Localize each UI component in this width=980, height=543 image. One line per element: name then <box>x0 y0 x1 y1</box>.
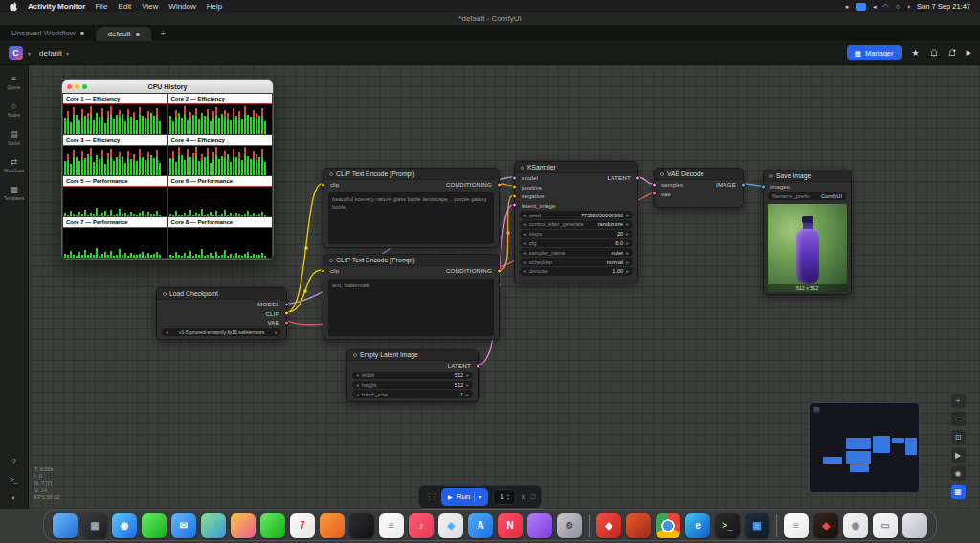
minimap-toggle-button[interactable]: ▦ <box>951 485 966 499</box>
dock-item-news[interactable]: N <box>498 513 523 538</box>
control-center-icon[interactable]: ◑ <box>906 3 910 10</box>
node-save-image[interactable]: Save Image images filename_prefix ComfyU… <box>763 170 852 295</box>
close-window-icon[interactable] <box>67 84 72 89</box>
model-slot-icon[interactable] <box>284 302 289 306</box>
conditioning-slot-icon[interactable] <box>497 268 501 273</box>
samples-input-slot-icon[interactable] <box>652 182 657 187</box>
batch-count-stepper[interactable]: 1 ▴▾ <box>493 489 516 505</box>
prev-arrow-icon[interactable]: ◂ <box>356 373 359 378</box>
stepper-arrows-icon[interactable]: ▴▾ <box>507 493 509 501</box>
dock-item-trash[interactable] <box>902 513 927 538</box>
dock-item-mail[interactable]: ✉ <box>171 513 196 538</box>
menubar-clock[interactable]: Sun 7 Sep 21:47 <box>917 2 970 11</box>
drag-handle-icon[interactable]: ⋮⋮ <box>425 492 436 501</box>
node-ksampler[interactable]: KSampler model LATENT positive negative … <box>514 161 638 283</box>
node-load-checkpoint[interactable]: Load Checkpoint MODEL CLIP VAE ◂v1-5-pru… <box>156 287 287 340</box>
next-arrow-icon[interactable]: ▸ <box>466 382 469 388</box>
sidebar-theme-button[interactable]: ◐ <box>11 493 16 502</box>
prev-arrow-icon[interactable]: ◂ <box>166 329 168 335</box>
dock-item-edge[interactable]: e <box>685 513 710 538</box>
prev-arrow-icon[interactable]: ◂ <box>523 231 526 237</box>
node-header[interactable]: CLIP Text Encode (Prompt) <box>323 169 499 180</box>
dock-item-media[interactable] <box>626 513 651 538</box>
apple-menu-icon[interactable] <box>10 1 18 11</box>
zoom-out-button[interactable]: − <box>951 412 966 426</box>
dock-item-reminders[interactable]: ≡ <box>379 513 404 538</box>
next-arrow-icon[interactable]: ▸ <box>466 392 469 397</box>
dock-item-editor[interactable]: ◆ <box>813 513 838 538</box>
menu-help[interactable]: Help <box>207 2 222 11</box>
dock-item-messages[interactable] <box>142 513 167 538</box>
prev-arrow-icon[interactable]: ◂ <box>523 250 526 256</box>
chevron-down-icon[interactable]: ▾ <box>28 50 31 57</box>
cursor-arrow-icon[interactable]: ▶ <box>967 49 971 57</box>
dock-item-settings[interactable]: ⚙ <box>557 513 582 538</box>
sidebar-item-templates[interactable]: ▦Templates <box>4 186 24 201</box>
dock-item-freeform[interactable]: ◆ <box>438 513 463 538</box>
ksampler-widget-seed[interactable]: ◂seed77592058000366▸ <box>520 211 633 219</box>
ksampler-widget-scheduler[interactable]: ◂schedulernormal▸ <box>520 258 633 266</box>
next-arrow-icon[interactable]: ▸ <box>626 250 629 256</box>
collapse-dot-icon[interactable] <box>660 172 664 176</box>
workflow-selector[interactable]: default ▾ <box>39 49 69 57</box>
menu-file[interactable]: File <box>95 2 107 11</box>
collapse-dot-icon[interactable] <box>163 292 167 296</box>
sidebar-help-button[interactable]: ? <box>11 457 15 465</box>
fit-view-button[interactable]: ⊡ <box>951 430 966 444</box>
prev-arrow-icon[interactable]: ◂ <box>356 382 359 388</box>
image-slot-icon[interactable] <box>741 182 746 187</box>
vae-slot-icon[interactable] <box>284 320 289 325</box>
ksampler-widget-steps[interactable]: ◂steps20▸ <box>520 230 633 238</box>
dock-item-safari[interactable]: ◉ <box>112 513 137 538</box>
ckpt-name-widget[interactable]: ◂v1-5-pruned-emaonly-fp16.safetensors▸ <box>162 328 281 337</box>
dock-item-calendar[interactable]: 7 <box>290 513 315 538</box>
cpu-history-window[interactable]: CPU History Core 1 — EfficiencyCore 2 — … <box>61 79 274 260</box>
dock-item-app-store[interactable]: A <box>468 513 493 538</box>
dock-item-finder[interactable] <box>53 513 78 538</box>
clip-input-slot-icon[interactable] <box>321 182 325 187</box>
toggle-visibility-button[interactable]: ◉ <box>951 466 966 481</box>
ksampler-widget-cfg[interactable]: ◂cfg8.0▸ <box>520 239 633 248</box>
comfyui-logo[interactable]: C <box>9 46 23 60</box>
latent-input-slot-icon[interactable] <box>512 203 517 208</box>
dock-item-music[interactable]: ♪ <box>409 513 434 538</box>
dock-item-facetime[interactable] <box>260 513 285 538</box>
collapse-dot-icon[interactable] <box>329 172 333 176</box>
sidebar-item-nodes[interactable]: ○Nodes <box>4 102 24 118</box>
manager-button[interactable]: ▦ Manager <box>847 45 902 60</box>
clear-queue-button[interactable]: × <box>521 492 525 502</box>
dock-item-textedit[interactable]: ≡ <box>784 513 809 538</box>
sidebar-item-model[interactable]: ▤Model <box>4 130 24 146</box>
generated-image-preview[interactable]: 512 x 512 <box>768 204 847 292</box>
empty-latent-widget-batch_size[interactable]: ◂batch_size1▸ <box>352 390 473 398</box>
prompt-textarea[interactable]: beautiful scenery nature glass bottle la… <box>328 192 494 245</box>
select-mode-button[interactable]: ▶ <box>951 448 966 463</box>
dock-item-terminal[interactable]: >_ <box>715 513 740 538</box>
prompt-textarea[interactable]: text, watermark <box>328 279 494 337</box>
bell-badge-icon[interactable] <box>948 49 956 57</box>
sidebar-logs-button[interactable]: >_ <box>10 475 18 484</box>
sidebar-item-queue[interactable]: ≡Queue <box>4 75 24 90</box>
zoom-window-icon[interactable] <box>82 84 87 89</box>
node-header[interactable]: KSampler <box>515 162 637 173</box>
dock-item-preview[interactable]: ◉ <box>843 513 868 538</box>
search-icon[interactable]: ○ <box>896 3 900 10</box>
positive-input-slot-icon[interactable] <box>512 185 517 190</box>
sidebar-item-workflows[interactable]: ⇄Workflows <box>4 158 24 173</box>
collapse-dot-icon[interactable] <box>521 166 524 170</box>
dock-item-devtool[interactable]: ▣ <box>745 513 769 538</box>
run-button[interactable]: ▶ Run ▾ <box>441 488 488 506</box>
wifi-icon[interactable]: ◠ <box>883 3 889 11</box>
menu-edit[interactable]: Edit <box>118 2 131 11</box>
cpu-window-titlebar[interactable]: CPU History <box>62 80 273 93</box>
filename-prefix-widget[interactable]: filename_prefix ComfyUI <box>768 192 846 201</box>
zoom-in-button[interactable]: + <box>951 394 966 408</box>
next-arrow-icon[interactable]: ▸ <box>626 213 629 218</box>
next-arrow-icon[interactable]: ▸ <box>626 240 629 246</box>
volume-icon[interactable]: ◂ <box>873 3 877 11</box>
tab-unsaved-workflow[interactable]: Unsaved Workflow <box>0 25 97 41</box>
dock-item-window-app[interactable]: ▭ <box>873 513 898 538</box>
negative-input-slot-icon[interactable] <box>512 193 517 198</box>
collapse-dot-icon[interactable] <box>353 353 357 357</box>
menu-view[interactable]: View <box>142 2 158 11</box>
